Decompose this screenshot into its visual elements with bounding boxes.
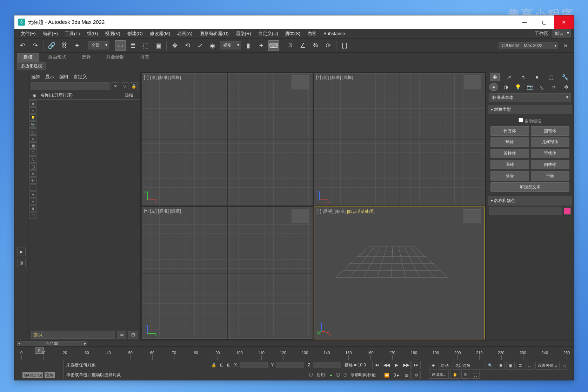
layer-name-input[interactable] <box>31 331 115 339</box>
adaptive-deg-icon[interactable]: ● <box>330 373 332 378</box>
cmd-tab-create[interactable]: ✚ <box>490 73 500 81</box>
filter-bone-icon[interactable]: ╲ <box>29 156 36 163</box>
toolbar-overflow-button[interactable]: » <box>560 40 571 51</box>
ref-coord-combo[interactable]: 视图 <box>220 41 241 49</box>
filter-lights-icon[interactable]: 💡 <box>29 114 36 121</box>
btn-box[interactable]: 长方体 <box>490 126 529 136</box>
menu-views[interactable]: 视图(V) <box>101 31 123 37</box>
nav-fov-button[interactable]: ⊡ <box>516 362 524 370</box>
nav-maximize-button[interactable]: ⛶ <box>471 371 480 379</box>
mini-listener-button[interactable]: 迷你 <box>45 372 55 378</box>
btn-textplus[interactable]: 加强型文本 <box>490 182 569 192</box>
cat-cameras[interactable]: 📷 <box>525 83 534 91</box>
nav-orbit-button[interactable]: ⟳ <box>461 371 469 379</box>
menu-customize[interactable]: 自定义(U) <box>255 31 282 37</box>
object-name-input[interactable] <box>489 207 562 215</box>
autogrid-checkbox[interactable] <box>519 118 523 122</box>
btn-sphere[interactable]: 球体 <box>490 137 529 147</box>
scene-menu-customize[interactable]: 自定义 <box>73 74 87 80</box>
rect-region-button[interactable]: ⬚ <box>140 40 151 51</box>
menu-modifiers[interactable]: 修改器(M) <box>146 31 174 37</box>
object-color-swatch[interactable] <box>564 208 571 215</box>
keyboard-shortcut-button[interactable]: ⌨ <box>268 40 279 51</box>
btn-teapot[interactable]: 茶壶 <box>490 171 529 181</box>
viewport-left[interactable]: [+] [左] [标准] [线框] yz <box>141 207 313 339</box>
filter-xrefs-icon[interactable]: ⊡ <box>29 149 36 156</box>
scale-button[interactable]: ⤢ <box>195 40 205 51</box>
project-path[interactable]: C:\Users\··· Max 2022 <box>499 42 558 49</box>
trackbar[interactable]: 0 01020304050607080901001101201301401501… <box>14 346 574 360</box>
selected-object-combo[interactable]: 选定对象 <box>453 362 484 370</box>
ribbon-tab-selection[interactable]: 选择 <box>75 53 97 62</box>
cmd-tab-motion[interactable]: ● <box>532 73 542 81</box>
lock-selection-icon[interactable]: 🔒 <box>211 363 216 367</box>
filter-none-icon[interactable]: ▿ <box>29 198 36 205</box>
snap-toggle-button[interactable]: 3 <box>285 40 295 51</box>
viewport-front-name[interactable]: [前] <box>322 75 329 81</box>
nav-zoom-all-button[interactable]: ⊞ <box>497 362 505 370</box>
autokey-button[interactable]: 自动 <box>439 362 451 370</box>
maxscript-button[interactable]: MAXScript <box>22 372 44 378</box>
viewport-front-shade[interactable]: [线框] <box>342 75 353 81</box>
ribbon-tab-freeform[interactable]: 自由形式 <box>42 53 73 62</box>
rollout-object-type[interactable]: ▾ 对象类型 <box>488 105 572 114</box>
adaptive-info-icon[interactable]: ⓘ <box>336 372 340 378</box>
scene-menu-select[interactable]: 选择 <box>31 74 40 80</box>
rotate-button[interactable]: ⟲ <box>182 40 193 51</box>
key-filters-button[interactable]: 过滤器... <box>429 371 449 379</box>
filter-spacewarps-icon[interactable]: ≋ <box>29 135 36 142</box>
geometry-type-combo[interactable]: 标准基本体 <box>489 93 571 102</box>
rollout-name-color[interactable]: ▾ 名称和颜色 <box>488 196 572 205</box>
btn-pyramid[interactable]: 四棱锥 <box>531 160 569 169</box>
close-button[interactable]: ✕ <box>554 15 574 29</box>
btn-cylinder[interactable]: 圆柱体 <box>490 149 529 158</box>
time-tag-icon[interactable]: ⬡ <box>343 373 347 378</box>
link-button[interactable]: 🔗 <box>46 40 57 51</box>
cmd-tab-display[interactable]: ▢ <box>546 73 556 81</box>
filter-groups-icon[interactable]: ▦ <box>29 142 36 149</box>
scene-search-input[interactable] <box>31 82 110 90</box>
cmd-tab-hierarchy[interactable]: ⋔ <box>518 73 528 81</box>
menu-animation[interactable]: 动画(A) <box>174 31 196 37</box>
layer-manager-button[interactable]: ≣ <box>117 331 126 339</box>
cmd-tab-modify[interactable]: ↗ <box>504 73 514 81</box>
viewport-persp-name[interactable]: [透视] <box>323 209 334 215</box>
placement-button[interactable]: ◉ <box>207 40 218 51</box>
menu-scripting[interactable]: 脚本(S) <box>282 31 304 37</box>
comm-center-icon[interactable]: 🛡 <box>309 373 313 378</box>
frame-spinner[interactable]: ▤ <box>402 371 411 379</box>
cat-helpers[interactable]: ◺ <box>537 83 547 91</box>
viewport-top-name[interactable]: [顶] <box>150 75 157 81</box>
btn-cone[interactable]: 圆锥体 <box>531 126 569 136</box>
isolate-icon[interactable]: ⊡ <box>220 363 223 367</box>
scene-col-freeze[interactable]: 冻结 <box>125 92 139 98</box>
move-button[interactable]: ✥ <box>169 40 180 51</box>
menu-substance[interactable]: Substance <box>320 31 348 36</box>
viewport-top-plus[interactable]: [+] <box>144 75 149 81</box>
cat-geometry[interactable]: ● <box>489 83 498 91</box>
filter-geometry-icon[interactable]: ◉ <box>29 100 36 107</box>
workspace-dropdown[interactable]: 默认 <box>552 29 571 38</box>
time-settings-button[interactable]: ⚙ <box>412 371 421 379</box>
viewport-left-shade[interactable]: [线框] <box>170 208 181 214</box>
add-time-tag[interactable]: 添加时间标记 <box>350 372 376 378</box>
menu-content[interactable]: 内容 <box>304 31 320 37</box>
viewport-left-name[interactable]: [左] <box>150 208 157 214</box>
unlink-button[interactable]: ⛓ <box>59 40 69 51</box>
key-mode-button[interactable]: ⏪ <box>382 371 391 379</box>
window-crossing-button[interactable]: ▣ <box>153 40 163 51</box>
play-button[interactable]: ▶ <box>392 361 401 369</box>
time-scroll[interactable]: 0 / 100 <box>17 341 87 346</box>
viewcube-front[interactable] <box>464 75 481 89</box>
filter-cameras-icon[interactable]: 📷 <box>29 121 36 128</box>
viewport-front-std[interactable]: [标准] <box>330 75 341 81</box>
selection-lock-icon[interactable]: ⊞ <box>227 363 230 367</box>
filter-helpers-icon[interactable]: ◺ <box>29 128 36 135</box>
menu-tools[interactable]: 工具(T) <box>61 31 83 37</box>
scene-menu-edit[interactable]: 编辑 <box>59 74 68 80</box>
viewport-persp-std[interactable]: [标准] <box>335 209 346 215</box>
nav-pan-button[interactable]: ✋ <box>450 371 460 379</box>
viewport-left-std[interactable]: [标准] <box>158 208 169 214</box>
viewcube-top[interactable] <box>292 75 309 89</box>
setkey-button[interactable]: 设置关键点 <box>535 362 560 370</box>
